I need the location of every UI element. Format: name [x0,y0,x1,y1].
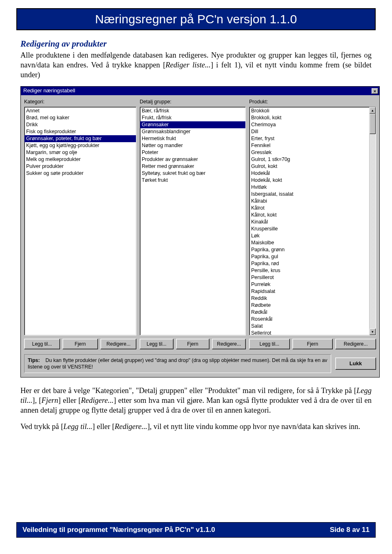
list-item[interactable]: Dill [249,128,369,135]
produkt-listbox[interactable]: BrokkoliBrokkoli, koktCherimoyaDillErter… [249,107,376,335]
list-item[interactable]: Gulrot, 1 stk=70g [249,156,369,163]
scroll-up-icon[interactable]: ▴ [370,107,376,114]
kategori-remove-button[interactable]: Fjern [62,339,98,349]
list-item[interactable]: Retter med grønnsaker [140,163,245,170]
detalj-listbox[interactable]: Bær, rå/friskFrukt, rå/friskGrønnsakerGr… [140,107,246,335]
list-item[interactable]: Rødkål [249,309,369,316]
detalj-add-button[interactable]: Legg til... [140,339,174,349]
list-item[interactable]: Grønnsaksblandinger [140,128,245,135]
list-item[interactable]: Melk og melkeprodukter [24,156,136,163]
tips-text: Du kan flytte produkter (eller detalj gr… [28,357,327,370]
p3-c: ], vil et nytt lite vindu komme opp hvor… [147,422,361,431]
list-item[interactable]: Nøtter og mandler [140,142,245,149]
list-item[interactable]: Grønnsaker, poteter, frukt og bær [24,135,136,142]
list-item[interactable]: Kålrot, kokt [249,212,369,219]
list-item[interactable]: Rapidsalat [249,288,369,295]
intro-text-italic: Rediger liste... [165,61,211,69]
kategori-column: Kategori: AnnetBrød, mel og kakerDrikkFi… [24,98,136,349]
list-item[interactable]: Kålrot [249,205,369,212]
list-item[interactable]: Gressløk [249,149,369,156]
list-item[interactable]: Kjøtt, egg og kjøtt/egg-produkter [24,142,136,149]
produkt-scrollbar[interactable]: ▴ ▾ [369,107,376,335]
p2-a: Her er det bare å velge "Kategorien", "D… [20,386,356,395]
footer-right: Side 8 av 11 [330,526,370,534]
dialog-title: Rediger næringstabell [23,87,75,94]
close-button[interactable]: Lukk [335,357,376,370]
list-item[interactable]: Paprika, gul [249,253,369,260]
p3-i2: Redigere... [115,422,147,431]
list-item[interactable]: Løk [249,232,369,239]
footer-left: Veiledning til programmet "Næringsregner… [22,526,215,534]
list-item[interactable]: Purreløk [249,281,369,288]
list-item[interactable]: Sukker og søte produkter [24,170,136,177]
tips-label: Tips: [28,357,40,363]
detalj-edit-button[interactable]: Redigere... [212,339,246,349]
produkt-remove-button[interactable]: Fjern [292,339,333,349]
list-item[interactable]: Brokkoli, kokt [249,114,369,121]
list-item[interactable]: Poteter [140,149,245,156]
list-item[interactable]: Tørket frukt [140,177,245,184]
list-item[interactable]: Kålrabi [249,198,369,205]
list-item[interactable]: Drikk [24,121,136,128]
list-item[interactable]: Gulrot, kokt [249,163,369,170]
p3-b: ] eller [ [92,422,114,431]
list-item[interactable]: Kruspersille [249,226,369,232]
produkt-add-button[interactable]: Legg til... [249,339,290,349]
scrollbar-thumb[interactable] [370,114,376,134]
list-item[interactable]: Fennikel [249,142,369,149]
paragraph-3: Ved trykk på [Legg til...] eller [Redige… [20,422,372,431]
list-item[interactable]: Cherimoya [249,121,369,128]
list-item[interactable]: Brød, mel og kaker [24,114,136,121]
list-item[interactable]: Grønnsaker [140,121,245,128]
list-item[interactable]: Rødbete [249,302,369,309]
list-item[interactable]: Margarin, smør og olje [24,149,136,156]
kategori-add-button[interactable]: Legg til... [24,339,60,349]
paragraph-2: Her er det bare å velge "Kategorien", "D… [20,386,372,415]
list-item[interactable]: Fisk og fiskeprodukter [24,128,136,135]
list-item[interactable]: Paprika, rød [249,260,369,267]
list-item[interactable]: Persille, krus [249,267,369,274]
dialog-body: Kategori: AnnetBrød, mel og kakerDrikkFi… [21,95,379,352]
close-icon[interactable]: × [372,88,378,94]
list-item[interactable]: Erter, fryst [249,135,369,142]
list-item[interactable]: Annet [24,107,136,114]
tips-box: Tips: Du kan flytte produkter (eller det… [24,354,331,373]
p2-b: ], [ [32,396,41,404]
list-item[interactable]: Hermetisk frukt [140,135,245,142]
p2-i2: Fjern [41,396,58,404]
tips-row: Tips: Du kan flytte produkter (eller det… [21,353,379,378]
list-item[interactable]: Reddik [249,295,369,302]
kategori-listbox[interactable]: AnnetBrød, mel og kakerDrikkFisk og fisk… [24,107,136,335]
list-item[interactable]: Brokkoli [249,107,369,114]
list-item[interactable]: Persillerot [249,274,369,281]
detalj-label: Detalj gruppe: [140,98,246,105]
scroll-down-icon[interactable]: ▾ [370,328,376,335]
list-item[interactable]: Paprika, grønn [249,246,369,253]
list-item[interactable]: Syltetøy, sukret frukt og bær [140,170,245,177]
list-item[interactable]: Hodekål, kokt [249,177,369,184]
produkt-edit-button[interactable]: Redigere... [335,339,376,349]
scrollbar-track[interactable] [370,114,376,328]
kategori-edit-button[interactable]: Redigere... [100,339,136,349]
page-header: Næringsregner på PC'n versjon 1.1.0 [16,8,376,30]
produkt-column: Produkt: BrokkoliBrokkoli, koktCherimoya… [249,98,376,349]
p2-c: ] eller [ [58,396,81,404]
list-item[interactable]: Kinakål [249,219,369,226]
list-item[interactable]: Isbergsalat, issalat [249,191,369,198]
kategori-label: Kategori: [24,98,136,105]
list-item[interactable]: Frukt, rå/frisk [140,114,245,121]
list-item[interactable]: Rosenkål [249,316,369,323]
list-item[interactable]: Maiskolbe [249,239,369,246]
intro-paragraph: Alle produktene i den medfølgende databa… [20,50,372,80]
list-item[interactable]: Produkter av grønnsaker [140,156,245,163]
list-item[interactable]: Hodekål [249,170,369,177]
list-item[interactable]: Salat [249,323,369,330]
list-item[interactable]: Pulver produkter [24,163,136,170]
p3-i1: Legg til... [63,422,92,431]
detalj-remove-button[interactable]: Fjern [176,339,210,349]
edit-nutrition-dialog: Rediger næringstabell × Kategori: AnnetB… [20,86,380,378]
list-item[interactable]: Sellerirot [249,330,369,335]
list-item[interactable]: Hvitløk [249,184,369,191]
list-item[interactable]: Bær, rå/frisk [140,107,245,114]
p3-a: Ved trykk på [ [20,422,63,431]
